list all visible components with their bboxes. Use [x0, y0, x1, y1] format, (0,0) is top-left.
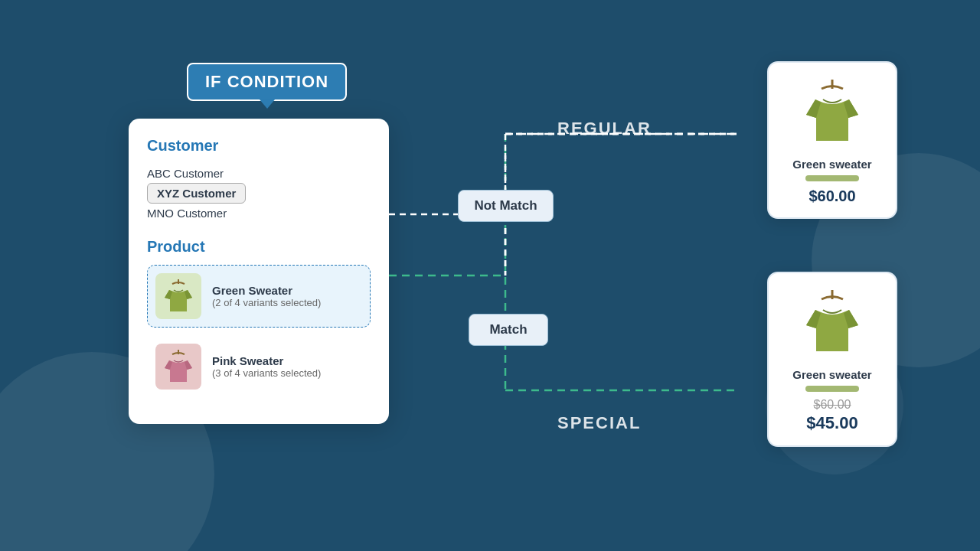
- condition-panel: Customer ABC Customer XYZ Customer MNO C…: [129, 119, 389, 424]
- not-match-button[interactable]: Not Match: [458, 190, 554, 222]
- pink-sweater-variants: (3 of 4 variants selected): [212, 367, 321, 379]
- pink-sweater-name: Pink Sweater: [212, 354, 321, 367]
- if-condition-container: IF CONDITION: [187, 63, 347, 101]
- regular-label: REGULAR: [557, 119, 652, 139]
- color-bar-regular: [805, 175, 859, 181]
- product-section-title: Product: [147, 238, 371, 256]
- green-sweater-name: Green Sweater: [212, 284, 321, 297]
- result-img-regular: [794, 73, 871, 150]
- product-img-pink: [155, 344, 201, 390]
- color-bar-special: [805, 386, 859, 392]
- match-button[interactable]: Match: [469, 314, 548, 346]
- product-card-pink[interactable]: Pink Sweater (3 of 4 variants selected): [147, 335, 371, 398]
- product-section: Product Green Sweater: [147, 238, 371, 398]
- customer-section-title: Customer: [147, 137, 371, 155]
- customer-item-abc[interactable]: ABC Customer: [147, 164, 371, 183]
- green-sweater-variants: (2 of 4 variants selected): [212, 297, 321, 308]
- product-info-pink: Pink Sweater (3 of 4 variants selected): [212, 354, 321, 379]
- result-img-special: [794, 284, 871, 360]
- result-card-regular: Green sweater $60.00: [767, 61, 897, 219]
- result-special-price-new: $45.00: [806, 413, 858, 433]
- if-condition-label: IF CONDITION: [205, 72, 328, 91]
- product-card-green[interactable]: Green Sweater (2 of 4 variants selected): [147, 265, 371, 328]
- customer-item-mno[interactable]: MNO Customer: [147, 204, 371, 223]
- special-label: SPECIAL: [557, 413, 641, 433]
- result-card-special: Green sweater $60.00 $45.00: [767, 272, 897, 447]
- result-regular-name: Green sweater: [792, 158, 871, 171]
- result-special-price-old: $60.00: [814, 398, 851, 412]
- if-condition-badge: IF CONDITION: [187, 63, 347, 101]
- result-regular-price: $60.00: [808, 187, 855, 205]
- result-special-name: Green sweater: [792, 368, 871, 381]
- customer-list: ABC Customer XYZ Customer MNO Customer: [147, 164, 371, 223]
- product-info-green: Green Sweater (2 of 4 variants selected): [212, 284, 321, 308]
- customer-item-xyz[interactable]: XYZ Customer: [147, 183, 246, 204]
- product-img-green: [155, 273, 201, 319]
